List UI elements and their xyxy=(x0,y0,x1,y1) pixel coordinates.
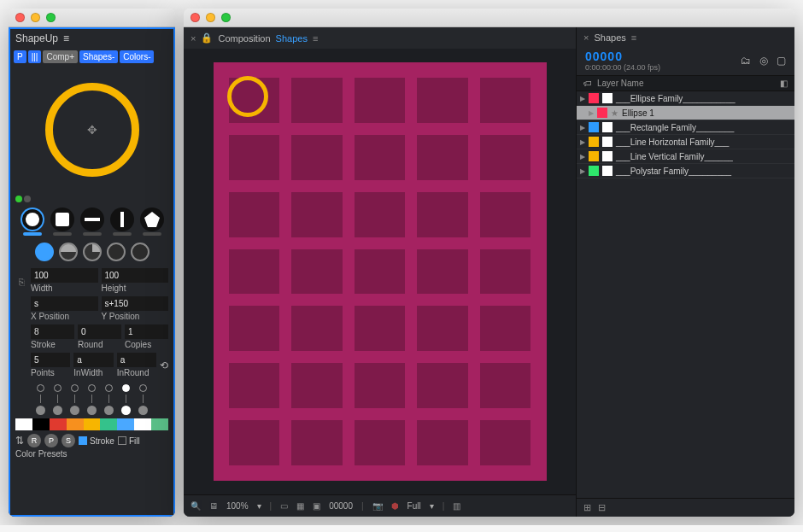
stroke-checkbox[interactable]: Stroke xyxy=(79,436,114,446)
shape-line-h-button[interactable] xyxy=(80,208,104,231)
mode-outline[interactable] xyxy=(131,243,149,261)
aspect-icon[interactable]: ▭ xyxy=(280,501,288,511)
label-color[interactable] xyxy=(589,151,599,161)
inwidth-input[interactable] xyxy=(73,353,113,367)
layer-row[interactable]: ▶___Polystar Family_________ xyxy=(577,164,794,178)
guides-icon[interactable]: ▣ xyxy=(313,501,320,511)
solo-box[interactable] xyxy=(602,166,613,176)
twirl-icon[interactable]: ▶ xyxy=(589,109,594,117)
channels-icon[interactable]: ⬢ xyxy=(391,501,399,511)
blend-slot-0[interactable] xyxy=(36,384,45,415)
link-wh-icon[interactable]: ⎘ xyxy=(15,268,27,293)
shy-icon[interactable]: ◎ xyxy=(759,55,768,67)
round-input[interactable] xyxy=(78,324,121,339)
twirl-icon[interactable]: ▶ xyxy=(580,95,585,102)
magnify-icon[interactable]: 🔍 xyxy=(190,501,201,511)
zoom-icon[interactable] xyxy=(46,13,56,22)
swatch-5[interactable] xyxy=(100,418,117,430)
ypos-input[interactable] xyxy=(102,296,169,311)
zoom-icon[interactable] xyxy=(221,13,231,22)
layers-icon[interactable]: 🗂 xyxy=(741,55,751,67)
inround-input[interactable] xyxy=(117,353,156,367)
layer-row[interactable]: ▶___Line Horizontal Family___ xyxy=(577,135,794,149)
solo-box[interactable] xyxy=(602,137,613,147)
close-icon[interactable] xyxy=(190,13,200,22)
resolution-arrow-icon[interactable]: ▾ xyxy=(430,501,434,511)
xpos-input[interactable] xyxy=(31,296,98,311)
blend-slot-2[interactable] xyxy=(70,384,79,415)
twirl-icon[interactable]: ▶ xyxy=(580,138,585,146)
swatch-0[interactable] xyxy=(15,418,32,430)
snapshot-icon[interactable]: 📷 xyxy=(372,501,383,511)
mode-fill[interactable] xyxy=(35,243,54,261)
preset-r-button[interactable]: R xyxy=(27,434,41,447)
tab-close-icon[interactable]: × xyxy=(190,33,196,44)
swatch-7[interactable] xyxy=(134,418,151,430)
twirl-icon[interactable]: ▶ xyxy=(580,153,585,161)
monitor-icon[interactable]: 🖥 xyxy=(209,501,218,511)
tab-close-icon[interactable]: × xyxy=(583,32,589,43)
toggle-comp[interactable]: Comp+ xyxy=(43,50,78,63)
close-icon[interactable] xyxy=(15,13,25,22)
shape-circle-button[interactable] xyxy=(21,208,44,231)
minimize-icon[interactable] xyxy=(206,13,215,22)
swatch-8[interactable] xyxy=(151,418,168,430)
layer-row[interactable]: ▶___Rectangle Family________ xyxy=(577,120,794,135)
toggle-[interactable]: ||| xyxy=(28,50,42,63)
viewport[interactable] xyxy=(184,49,576,494)
mode-quarter[interactable] xyxy=(83,243,102,261)
blend-slot-4[interactable] xyxy=(104,384,114,415)
mode-ring[interactable] xyxy=(107,243,126,261)
preset-p-button[interactable]: P xyxy=(44,434,58,447)
blend-slot-1[interactable] xyxy=(53,384,62,415)
lock-icon[interactable]: 🔒 xyxy=(201,32,213,44)
layer-row[interactable]: ▶___Line Vertical Family______ xyxy=(577,149,794,164)
swatch-3[interactable] xyxy=(67,418,84,430)
panel-menu-icon[interactable]: ≡ xyxy=(63,32,68,44)
grid-icon[interactable]: ▦ xyxy=(296,501,304,511)
swatch-4[interactable] xyxy=(84,418,101,430)
minimize-icon[interactable] xyxy=(31,13,40,22)
label-color[interactable] xyxy=(589,166,599,176)
twirl-icon[interactable]: ▶ xyxy=(580,124,585,132)
panel-menu-icon[interactable]: ≡ xyxy=(313,33,317,44)
label-color[interactable] xyxy=(589,137,599,147)
twirl-icon[interactable]: ▶ xyxy=(580,167,585,175)
label-color[interactable] xyxy=(589,122,599,132)
stroke-input[interactable] xyxy=(31,324,74,339)
canvas[interactable] xyxy=(214,62,547,481)
toggle-colors[interactable]: Colors- xyxy=(120,50,154,63)
bookmark-icon[interactable]: ◧ xyxy=(780,79,788,88)
swatch-6[interactable] xyxy=(117,418,134,430)
resolution-dropdown[interactable]: Full xyxy=(407,501,421,511)
fill-checkbox[interactable]: Fill xyxy=(118,436,140,446)
blend-slot-5[interactable] xyxy=(121,384,131,415)
zoom-value[interactable]: 100% xyxy=(226,501,249,511)
anchor-icon[interactable]: ✥ xyxy=(87,123,97,137)
blend-slot-3[interactable] xyxy=(87,384,97,415)
toggle-shapes[interactable]: Shapes- xyxy=(79,50,118,63)
shuffle-icon[interactable]: ⇅ xyxy=(15,435,24,447)
mode-half[interactable] xyxy=(59,243,78,261)
toggle-p[interactable]: P xyxy=(14,50,26,63)
switches-icon[interactable]: ⊞ xyxy=(583,502,591,513)
layer-row[interactable]: ▶___Ellipse Family___________ xyxy=(577,91,794,106)
preset-s-button[interactable]: S xyxy=(62,434,75,447)
solo-box[interactable] xyxy=(602,151,613,161)
label-color[interactable] xyxy=(589,93,599,103)
swatch-2[interactable] xyxy=(50,418,67,430)
swatch-1[interactable] xyxy=(32,418,50,430)
solo-box[interactable] xyxy=(602,122,613,132)
shape-square-button[interactable] xyxy=(50,208,74,231)
shape-polygon-button[interactable] xyxy=(140,208,164,231)
layer-row[interactable]: ▶★Ellipse 1 xyxy=(577,106,794,120)
width-input[interactable] xyxy=(31,268,98,283)
solo-box[interactable] xyxy=(602,93,613,103)
zoom-dropdown-icon[interactable]: ▾ xyxy=(257,501,261,511)
label-color[interactable] xyxy=(597,108,607,118)
timecode[interactable]: 00000 xyxy=(585,50,660,63)
frame-blend-icon[interactable]: ▢ xyxy=(777,55,786,67)
reset-icon[interactable]: ⟲ xyxy=(160,360,168,371)
modes-icon[interactable]: ⊟ xyxy=(598,502,606,513)
time-display[interactable]: 00000 xyxy=(329,501,353,511)
